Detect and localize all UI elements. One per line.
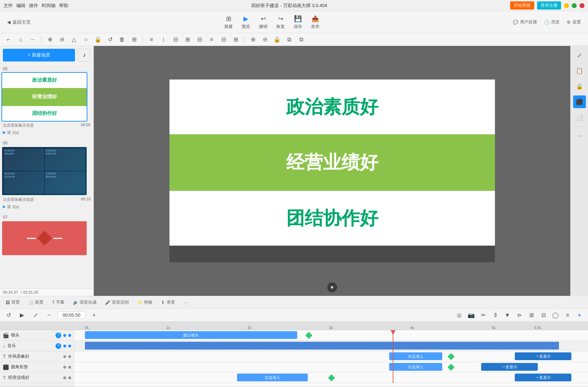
tool-align-3[interactable]: ⊟	[195, 35, 204, 45]
tool-align-2[interactable]: ⊟	[171, 35, 180, 45]
tool-dist[interactable]: ⊞	[183, 35, 192, 45]
tl-reset-btn[interactable]: ↺	[4, 310, 13, 320]
tool-up[interactable]: ⊕	[45, 35, 55, 45]
preview-button[interactable]: ▶ 预览	[242, 14, 250, 30]
style-block-always[interactable]: 一直显示	[515, 352, 571, 360]
playhead[interactable]	[393, 330, 393, 383]
tl-tool-3[interactable]: ✏	[478, 310, 488, 320]
rect-block-fadein[interactable]: 右边渐入	[389, 363, 442, 371]
start-btn[interactable]: 开始界面	[510, 1, 534, 10]
right-lock-btn[interactable]: 🔒	[573, 80, 586, 93]
tl-tool-10[interactable]: ≡	[563, 310, 572, 320]
new-scene-button[interactable]: + 新建场景	[3, 49, 75, 61]
tl-zoom-out-btn[interactable]: −	[44, 310, 54, 320]
canvas-scroll-down[interactable]: ▼	[327, 282, 337, 292]
tool-zoom-in[interactable]: ⊕	[248, 35, 258, 45]
tl-fullscreen-btn[interactable]: ⤢	[30, 310, 40, 320]
rect-track-dot2[interactable]	[68, 366, 71, 369]
biz-block-fadein[interactable]: 右边渐入	[237, 374, 308, 381]
music-block[interactable]	[85, 342, 559, 350]
tool-tri[interactable]: △	[69, 35, 79, 45]
tool-align-6[interactable]: ⊞	[231, 35, 241, 45]
style-track-dot2[interactable]	[68, 355, 71, 358]
tl-zoom-in-btn[interactable]: +	[89, 310, 99, 320]
scene-thumbnail-06[interactable]: 政治素质好党性修养好 经营业绩好管理水平高 团结协作好民主集中制 作风形象好廉洁…	[1, 146, 87, 196]
timeline-timecode[interactable]: 00:05.50	[57, 311, 86, 319]
rect-track-dot1[interactable]	[63, 366, 66, 369]
tool-align-h[interactable]: ≡	[146, 35, 156, 45]
tl-tool-9[interactable]: ◯	[550, 310, 560, 320]
style-track-dot1[interactable]	[63, 355, 66, 358]
tool-grid[interactable]: ⊞	[129, 35, 139, 45]
tool-align-4[interactable]: ≡	[207, 35, 217, 45]
menu-file[interactable]: 文件	[4, 2, 13, 9]
feedback-btn[interactable]: 💬 用户反馈	[513, 19, 537, 25]
lens-track-help[interactable]: ?	[56, 333, 61, 338]
publish-button[interactable]: 📤 发布	[311, 14, 319, 30]
redo-button[interactable]: ↪ 恢复	[276, 14, 285, 30]
biz-block-always[interactable]: 一直显示	[515, 374, 571, 381]
login-btn[interactable]: 登录注册	[537, 1, 561, 10]
menu-timeline[interactable]: 时间轴	[42, 2, 56, 9]
tl-tool-6[interactable]: ⊳	[514, 310, 524, 320]
window-maximize[interactable]	[572, 3, 577, 8]
lens-track-dot2[interactable]	[68, 334, 71, 337]
tool-zoom-out[interactable]: ⊖	[260, 35, 270, 45]
right-color-btn[interactable]: ⬛	[573, 95, 586, 108]
timeline-tracks[interactable]: 0s 1s 2s 3s 4s 5s 5.5s	[74, 322, 588, 387]
tl-tool-1[interactable]: ◎	[454, 310, 464, 320]
tool-trash[interactable]: 🗑	[117, 35, 127, 45]
tl-tool-7[interactable]: ⊞	[526, 310, 536, 320]
tl-tool-8[interactable]: ⊟	[538, 310, 548, 320]
music-track-dot2[interactable]	[68, 345, 71, 347]
tool-lock[interactable]: 🔒	[93, 35, 103, 45]
tool-fg[interactable]: ⬜ 前景	[26, 298, 46, 306]
music-track-dot1[interactable]	[63, 345, 66, 347]
tool-reset[interactable]: ↺	[105, 35, 115, 45]
scene-thumbnail-07[interactable]	[1, 221, 87, 256]
lens-track-dot1[interactable]	[63, 334, 66, 337]
tool-cursor[interactable]: ⌐	[4, 35, 13, 45]
save-button[interactable]: 💾 保存	[294, 14, 302, 30]
history-btn[interactable]: 🕐 历史	[544, 19, 560, 25]
tool-stt[interactable]: 🎤 语音识别	[103, 298, 131, 306]
tool-circle[interactable]: ○	[81, 35, 91, 45]
tool-caption[interactable]: T 字幕	[50, 298, 67, 306]
right-more-btn[interactable]: ···	[573, 130, 586, 142]
settings-btn[interactable]: ⚙ 设置	[567, 19, 581, 25]
tl-play-btn[interactable]: ▶	[17, 310, 27, 320]
tool-record[interactable]: 🎙 录音	[159, 298, 177, 306]
tool-home[interactable]: ⌂	[16, 35, 25, 45]
menu-edit[interactable]: 编辑	[16, 2, 25, 9]
tool-copy[interactable]: ⧉	[284, 35, 294, 45]
window-minimize[interactable]	[564, 3, 569, 8]
scene-thumbnail-05[interactable]: 政治素质好 经营业绩好 团结协作好	[1, 72, 87, 122]
tool-dn[interactable]: ⊖	[57, 35, 67, 45]
music-button[interactable]: ♪	[78, 49, 91, 61]
music-track-help[interactable]: ?	[56, 343, 61, 349]
lens-block-main[interactable]: 默认镜头	[85, 331, 297, 339]
tool-tts[interactable]: 🔊 语音合成	[71, 298, 99, 306]
tl-add-btn[interactable]: +	[575, 310, 584, 320]
tool-bg[interactable]: 🖼 背景	[4, 298, 22, 306]
tl-tool-2[interactable]: 📷	[466, 310, 476, 320]
rect-block-always[interactable]: 一直显示	[481, 363, 538, 371]
back-home[interactable]: ◀ 返回主页	[7, 19, 31, 25]
tool-lock2[interactable]: 🔒	[272, 35, 282, 45]
tool-more[interactable]: ···	[28, 35, 38, 45]
right-layers-btn[interactable]: 📋	[573, 64, 586, 77]
tool-align-v[interactable]: ⫶	[158, 35, 168, 45]
tool-align-5[interactable]: ⊟	[219, 35, 229, 45]
right-expand-btn[interactable]: ⤢	[573, 49, 586, 61]
menu-help[interactable]: 帮助	[59, 2, 68, 9]
style-block-fadein[interactable]: 右边渐入	[389, 352, 442, 360]
tool-paste[interactable]: ⧉	[296, 35, 306, 45]
window-close[interactable]	[580, 3, 584, 8]
tl-tool-4[interactable]: ⇕	[490, 310, 500, 320]
tool-effect[interactable]: ✨ 特效	[135, 298, 155, 306]
tool-more-bottom[interactable]: ···	[181, 299, 189, 306]
tl-tool-5[interactable]: ▼	[502, 310, 512, 320]
right-bg-btn[interactable]: ⬜	[573, 111, 586, 124]
biz-track-dot1[interactable]	[63, 376, 66, 379]
biz-track-dot2[interactable]	[68, 376, 71, 379]
